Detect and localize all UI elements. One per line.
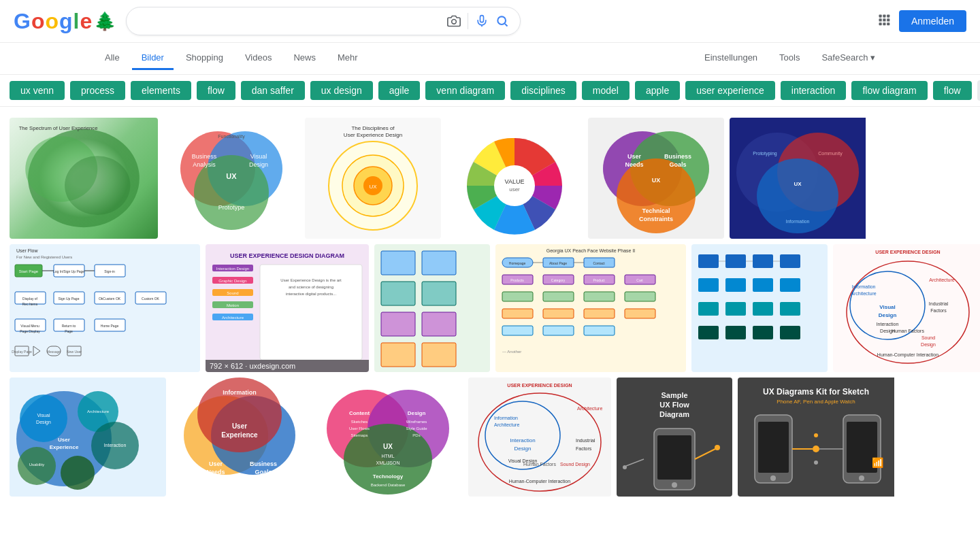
svg-rect-114 bbox=[381, 282, 415, 305]
chip-agile[interactable]: agile bbox=[378, 81, 421, 100]
svg-point-189 bbox=[20, 395, 67, 442]
chip-elements[interactable]: elements bbox=[131, 81, 191, 100]
image-ux-venn3[interactable]: User Needs Business Goals Information Us… bbox=[172, 378, 308, 497]
mic-icon[interactable] bbox=[475, 14, 489, 28]
svg-rect-12 bbox=[883, 22, 885, 25]
image-ux-flow2[interactable] bbox=[691, 244, 828, 372]
nav-tools[interactable]: Tools bbox=[770, 47, 809, 70]
svg-text:Technology: Technology bbox=[373, 473, 404, 480]
svg-text:UX: UX bbox=[794, 181, 802, 187]
svg-text:Usability: Usability bbox=[29, 463, 45, 467]
chip-flow[interactable]: flow bbox=[197, 81, 235, 100]
image-ux-arch[interactable]: USER EXPERIENCE DESIGN Information Archi… bbox=[468, 378, 611, 497]
chip-arrow[interactable]: › bbox=[977, 80, 980, 101]
nav-bilder[interactable]: Bilder bbox=[132, 47, 174, 70]
svg-text:Industrial: Industrial bbox=[929, 301, 949, 306]
chip-disciplines[interactable]: disciplines bbox=[510, 81, 576, 100]
svg-text:Sign Up Page: Sign Up Page bbox=[59, 297, 80, 301]
svg-text:Architecture: Architecture bbox=[851, 291, 876, 296]
nav-bar: Alle Bilder Shopping Videos News Mehr Ei… bbox=[0, 43, 980, 75]
svg-rect-140 bbox=[584, 292, 615, 301]
svg-rect-147 bbox=[543, 326, 574, 335]
svg-text:Sign-in: Sign-in bbox=[104, 269, 115, 273]
svg-text:Return to: Return to bbox=[62, 324, 76, 328]
svg-rect-7 bbox=[887, 14, 889, 17]
svg-text:Experience: Experience bbox=[50, 444, 79, 450]
svg-rect-162 bbox=[780, 302, 800, 316]
image-spectrum[interactable]: The Spectrum of User Experience bbox=[10, 118, 158, 239]
nav-einstellungen[interactable]: Einstellungen bbox=[695, 47, 767, 70]
chip-model[interactable]: model bbox=[582, 81, 630, 100]
image-ux-bubble[interactable]: User Experience Visual Design Architectu… bbox=[10, 378, 166, 497]
svg-point-260 bbox=[770, 475, 776, 481]
image-georgia-flow[interactable]: Georgia UX Peach Face Website Phase II H… bbox=[495, 244, 686, 372]
svg-text:Sound: Sound bbox=[921, 335, 935, 340]
svg-text:Page: Page bbox=[65, 329, 73, 333]
svg-text:Home Page: Home Page bbox=[101, 324, 119, 328]
chip-flow-diagram[interactable]: flow diagram bbox=[851, 81, 927, 100]
svg-text:Experience: Experience bbox=[221, 431, 258, 439]
image-sample-flow[interactable]: Sample UX Flow Diagram bbox=[617, 378, 732, 497]
chip-interaction[interactable]: interaction bbox=[781, 81, 847, 100]
svg-text:Architecture: Architecture bbox=[87, 409, 110, 414]
image-wireframe[interactable] bbox=[374, 244, 490, 372]
search-icon[interactable] bbox=[495, 14, 509, 28]
svg-text:Design: Design bbox=[921, 342, 936, 348]
image-needs[interactable]: User Needs Business Goals UX Technical C… bbox=[588, 118, 724, 239]
svg-text:User: User bbox=[627, 153, 642, 160]
header: G o o g l e 🌲 ux diagram bbox=[0, 0, 980, 43]
svg-point-250 bbox=[672, 482, 677, 488]
svg-text:The Disciplines of: The Disciplines of bbox=[351, 125, 395, 131]
search-input[interactable]: ux diagram bbox=[137, 15, 439, 27]
svg-rect-11 bbox=[879, 22, 881, 25]
svg-text:Wireframes: Wireframes bbox=[406, 420, 427, 424]
svg-rect-115 bbox=[422, 282, 456, 305]
image-dark-venn[interactable]: Prototyping Community Information UX bbox=[730, 118, 970, 239]
svg-rect-148 bbox=[584, 326, 615, 335]
chip-flow2[interactable]: flow bbox=[933, 81, 972, 100]
image-ux-experience[interactable]: USER EXPERIENCE DESIGN Information Archi… bbox=[833, 244, 980, 372]
chip-venn-diagram[interactable]: venn diagram bbox=[425, 81, 505, 100]
chip-user-experience[interactable]: user experience bbox=[685, 81, 775, 100]
google-logo: G o o g l e 🌲 bbox=[14, 9, 115, 34]
safe-search[interactable]: SafeSearch ▾ bbox=[812, 47, 885, 70]
svg-rect-159 bbox=[698, 302, 719, 316]
image-wheel[interactable]: VALUE user bbox=[446, 118, 583, 239]
signin-button[interactable]: Anmelden bbox=[899, 10, 966, 32]
svg-text:UX: UX bbox=[652, 177, 661, 184]
svg-text:Georgia UX Peach Face Website : Georgia UX Peach Face Website Phase II bbox=[546, 248, 636, 254]
svg-rect-164 bbox=[725, 326, 746, 339]
nav-news[interactable]: News bbox=[284, 47, 325, 70]
svg-text:Sitemaps: Sitemaps bbox=[350, 433, 368, 437]
image-caption-uxdesign: 792 × 612 · uxdesign.com bbox=[206, 360, 369, 372]
svg-point-262 bbox=[813, 446, 819, 452]
svg-text:User Flows: User Flows bbox=[349, 426, 370, 431]
chip-process[interactable]: process bbox=[70, 81, 125, 100]
svg-text:Information: Information bbox=[223, 389, 257, 396]
image-ux-venn[interactable]: UX Business Analysis Visual Design Proto… bbox=[163, 118, 299, 239]
nav-videos[interactable]: Videos bbox=[235, 47, 282, 70]
svg-text:Products: Products bbox=[510, 278, 524, 282]
svg-text:For New and Registered Users: For New and Registered Users bbox=[16, 255, 72, 259]
chip-ux-venn[interactable]: ux venn bbox=[10, 81, 65, 100]
nav-alle[interactable]: Alle bbox=[95, 47, 129, 70]
svg-rect-154 bbox=[780, 254, 800, 268]
image-content-ux[interactable]: Content Sketches User Flows Sitemaps Des… bbox=[313, 378, 463, 497]
image-sketch-kit[interactable]: UX Diagrams Kit for Sketch Phone AF, Pen… bbox=[738, 378, 970, 497]
svg-text:USER EXPERIENCE DESIGN DIAGRAM: USER EXPERIENCE DESIGN DIAGRAM bbox=[230, 252, 344, 259]
nav-shopping[interactable]: Shopping bbox=[176, 47, 233, 70]
image-userflow[interactable]: User Flow For New and Registered Users S… bbox=[10, 244, 200, 372]
image-uxdesign[interactable]: USER EXPERIENCE DESIGN DIAGRAM Interacti… bbox=[206, 244, 369, 372]
chip-dan-saffer[interactable]: dan saffer bbox=[241, 81, 305, 100]
chip-apple[interactable]: apple bbox=[635, 81, 680, 100]
camera-icon[interactable] bbox=[447, 14, 461, 28]
svg-text:Custom OK: Custom OK bbox=[142, 297, 160, 301]
apps-icon[interactable] bbox=[877, 13, 891, 30]
svg-rect-113 bbox=[422, 251, 456, 275]
image-row-1: The Spectrum of User Experience UX Busin… bbox=[10, 118, 970, 239]
svg-text:Business: Business bbox=[250, 460, 277, 467]
svg-rect-116 bbox=[381, 312, 415, 336]
chip-ux-design[interactable]: ux design bbox=[310, 81, 373, 100]
nav-mehr[interactable]: Mehr bbox=[328, 47, 368, 70]
image-disciplines[interactable]: The Disciplines of User Experience Desig… bbox=[305, 118, 441, 239]
